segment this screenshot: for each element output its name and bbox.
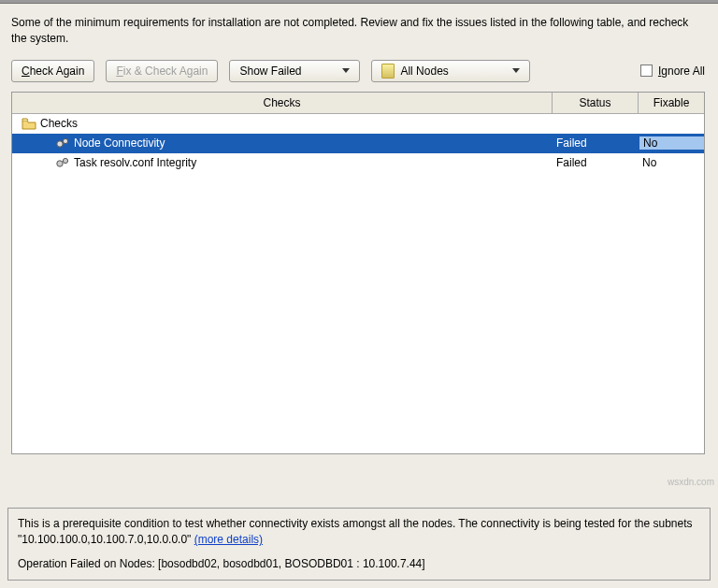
tree-root-row[interactable]: Checks <box>12 114 704 134</box>
gears-icon <box>55 136 70 150</box>
svg-point-3 <box>63 158 67 163</box>
watermark-text: wsxdn.com <box>668 477 714 487</box>
chevron-down-icon <box>512 68 520 73</box>
tree-row-resolv-conf[interactable]: Task resolv.conf Integrity Failed No <box>12 153 704 173</box>
toolbar-row: Check Again Fix & Check Again Show Faile… <box>11 60 705 82</box>
checkbox-box[interactable] <box>640 65 653 77</box>
check-again-button[interactable]: Check Again <box>11 60 94 82</box>
check-label: Task resolv.conf Integrity <box>74 156 196 169</box>
checks-table: Checks Status Fixable Checks <box>11 92 705 454</box>
instruction-text: Some of the minimum requirements for ins… <box>11 15 705 47</box>
folder-open-icon <box>22 117 36 130</box>
show-failed-dropdown[interactable]: Show Failed <box>229 60 360 82</box>
node-icon <box>381 64 395 79</box>
status-cell: Failed <box>553 156 639 169</box>
more-details-link[interactable]: (more details) <box>194 533 263 546</box>
col-checks[interactable]: Checks <box>12 93 553 113</box>
svg-point-2 <box>57 161 63 166</box>
all-nodes-dropdown[interactable]: All Nodes <box>371 60 530 82</box>
ignore-all-checkbox[interactable]: Ignore All <box>640 65 705 78</box>
chevron-down-icon <box>342 68 350 73</box>
check-label: Node Connectivity <box>74 136 165 150</box>
table-header: Checks Status Fixable <box>12 93 704 114</box>
tree-root-label: Checks <box>40 117 78 130</box>
detail-operation: Operation Failed on Nodes: [bosodbd02, b… <box>18 556 700 572</box>
fixable-cell: No <box>639 136 704 150</box>
status-cell: Failed <box>553 136 639 150</box>
svg-point-0 <box>57 141 63 147</box>
col-status[interactable]: Status <box>553 93 639 113</box>
gears-icon <box>55 156 70 169</box>
detail-panel: This is a prerequisite condition to test… <box>7 508 711 581</box>
tree-row-node-connectivity[interactable]: Node Connectivity Failed No <box>12 134 704 153</box>
col-fixable[interactable]: Fixable <box>639 93 704 113</box>
fixable-cell: No <box>639 156 704 169</box>
fix-and-check-again-button: Fix & Check Again <box>106 60 218 82</box>
main-panel: Some of the minimum requirements for ins… <box>0 4 718 454</box>
svg-point-1 <box>63 138 67 143</box>
detail-description: This is a prerequisite condition to test… <box>18 516 700 549</box>
table-body[interactable]: Checks Node Connectivity Failed No <box>12 114 704 453</box>
